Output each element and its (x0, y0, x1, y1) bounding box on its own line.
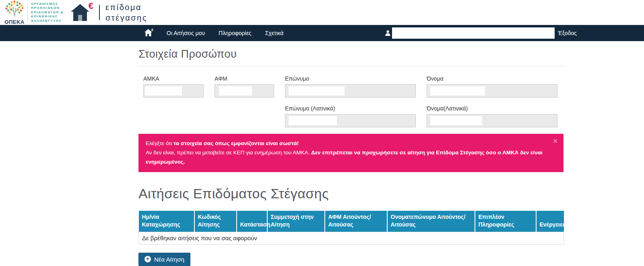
redacted-value (289, 116, 337, 125)
opeka-tree-icon (5, 0, 24, 19)
form-field-surname-latin: Επώνυμο (Λατινικά) (285, 105, 416, 127)
surname-latin-field[interactable] (285, 114, 416, 127)
opeka-line: ΚΟΙΝΩΝΙΚΗΣ (31, 15, 64, 19)
redacted-value (430, 86, 485, 96)
surname-label: Επώνυμο (285, 75, 416, 82)
surname-field[interactable] (285, 84, 416, 98)
firstname-label: Όνομα (427, 75, 557, 82)
col-header-applicant-name: Ονοματεπώνυμο Αιτούντος/ Αιτούσας (387, 211, 475, 232)
nav-item-about[interactable]: Σχετικά (258, 25, 291, 41)
app-title-line2: στέγασης (105, 12, 147, 23)
nav-item-information[interactable]: Πληροφορίες (212, 25, 258, 41)
close-icon[interactable]: × (553, 137, 557, 145)
house-icon (70, 16, 90, 23)
person-details-form: ΑΜΚΑ ΑΦΜ Επώνυμο Όνομα Επώνυμο (Λατινικά… (143, 75, 564, 127)
opeka-acronym: ΟΠΕΚΑ (4, 19, 24, 25)
applications-table: Ημ/νία Καταχώρησης Κωδικός Αίτησης Κατάσ… (138, 211, 564, 245)
col-header-status: Κατάσταση (237, 211, 267, 232)
amka-field[interactable] (143, 84, 204, 98)
applications-title: Αιτήσεις Επιδόματος Στέγασης (138, 186, 564, 202)
user-icon (385, 30, 390, 37)
opeka-line: ΕΠΙΔΟΜΑΤΩΝ & (31, 10, 64, 15)
amka-warning-alert: Ελέγξτε ότι τα στοιχεία σας όπως εμφανίζ… (138, 134, 564, 172)
redacted-value (219, 86, 252, 96)
form-field-firstname-latin: Όνομα(Λατινικά) (427, 105, 557, 127)
euro-icon: € (89, 1, 93, 11)
home-nav-button[interactable]: € (138, 25, 160, 41)
username-field[interactable] (392, 27, 555, 39)
afm-label: ΑΦΜ (215, 75, 274, 82)
col-header-registration-date: Ημ/νία Καταχώρησης (139, 211, 194, 232)
col-header-actions: Ενέργειες (536, 211, 564, 232)
col-header-extra-info: Επιπλέον Πληροφορίες (475, 211, 536, 232)
form-field-afm: ΑΦΜ (215, 75, 274, 98)
alert-text: Ελέγξτε ότι (146, 140, 173, 146)
alert-text: Αν δεν είναι, πρέπει να μεταβείτε σε ΚΕΠ… (146, 150, 311, 156)
alert-text-bold: τα στοιχεία σας όπως εμφανίζονται είναι … (173, 140, 299, 146)
table-empty-row: Δε βρέθηκαν αιτήσεις που να σας αφορούν (139, 232, 564, 244)
opeka-logo: ΟΠΕΚΑ (4, 0, 25, 25)
redacted-value (145, 86, 182, 96)
opeka-full-name: ΟΡΓΑΝΙΣΜΟΣ ΠΡΟΝΟΙΑΚΩΝ ΕΠΙΔΟΜΑΤΩΝ & ΚΟΙΝΩ… (31, 2, 64, 23)
surname-latin-label: Επώνυμο (Λατινικά) (285, 105, 416, 112)
app-title-line1: επίδομα (105, 2, 147, 12)
redacted-value (430, 116, 482, 125)
form-field-firstname: Όνομα (427, 75, 557, 98)
home-icon (144, 29, 152, 37)
table-header-row: Ημ/νία Καταχώρησης Κωδικός Αίτησης Κατάσ… (139, 211, 564, 232)
person-details-title: Στοιχεία Προσώπου (138, 48, 564, 66)
redacted-value (289, 86, 345, 96)
opeka-line: ΟΡΓΑΝΙΣΜΟΣ (31, 2, 64, 6)
opeka-line: ΑΛΛΗΛΕΓΓΥΗΣ (31, 19, 64, 23)
new-application-button[interactable]: + Νέα Αίτηση (138, 253, 190, 266)
form-field-amka: ΑΜΚΑ (143, 75, 204, 98)
col-header-participation: Συμμετοχή στην Αίτηση (267, 211, 325, 232)
afm-field[interactable] (215, 84, 274, 98)
col-header-application-code: Κωδικός Αίτησης (194, 211, 237, 232)
main-navbar: € Οι Αιτήσεις μου Πληροφορίες Σχετικά Έξ… (0, 25, 644, 41)
new-application-label: Νέα Αίτηση (154, 256, 184, 263)
logout-button[interactable]: Έξοδος (558, 25, 577, 41)
home-euro-icon: € (151, 28, 153, 32)
form-field-surname: Επώνυμο (285, 75, 416, 98)
site-header: ΟΠΕΚΑ ΟΡΓΑΝΙΣΜΟΣ ΠΡΟΝΟΙΑΚΩΝ ΕΠΙΔΟΜΑΤΩΝ &… (0, 0, 644, 25)
col-header-applicant-afm: ΑΦΜ Αιτούντος/ Αιτούσας (325, 211, 387, 232)
empty-message: Δε βρέθηκαν αιτήσεις που να σας αφορούν (139, 232, 564, 244)
opeka-line: ΠΡΟΝΟΙΑΚΩΝ (31, 6, 64, 10)
brand-divider (27, 3, 28, 22)
housing-benefit-logo: € (70, 2, 93, 23)
firstname-field[interactable] (427, 84, 557, 98)
app-title-divider (99, 5, 100, 20)
amka-label: ΑΜΚΑ (143, 75, 204, 82)
firstname-latin-field[interactable] (427, 114, 557, 127)
nav-item-my-applications[interactable]: Οι Αιτήσεις μου (160, 25, 212, 41)
app-title: επίδομα στέγασης (105, 2, 147, 23)
firstname-latin-label: Όνομα(Λατινικά) (427, 105, 557, 112)
plus-circle-icon: + (144, 256, 151, 262)
